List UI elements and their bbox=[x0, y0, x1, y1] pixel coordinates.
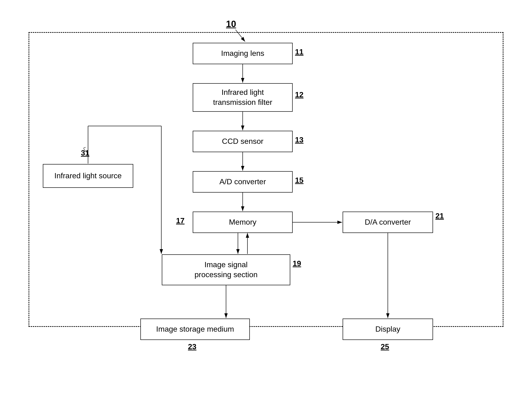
image-storage-label: Image storage medium bbox=[156, 324, 234, 334]
ref-17: 17 bbox=[176, 216, 185, 225]
memory-label: Memory bbox=[229, 217, 256, 227]
ref-10-label: 10 bbox=[226, 19, 236, 29]
ref-23: 23 bbox=[188, 342, 196, 351]
ref-19: 19 bbox=[293, 259, 301, 268]
image-signal-label: Image signalprocessing section bbox=[194, 260, 257, 279]
da-converter-box: D/A converter bbox=[343, 211, 433, 233]
ir-filter-label: Infrared lighttransmission filter bbox=[213, 87, 272, 107]
ref-31: 31 bbox=[81, 149, 89, 157]
imaging-lens-box: Imaging lens bbox=[193, 43, 293, 64]
image-storage-box: Image storage medium bbox=[140, 319, 250, 340]
ad-converter-label: A/D converter bbox=[219, 177, 266, 187]
ref-11: 11 bbox=[295, 48, 304, 56]
ccd-sensor-label: CCD sensor bbox=[222, 136, 263, 146]
ref-15: 15 bbox=[295, 176, 304, 185]
ad-converter-box: A/D converter bbox=[193, 171, 293, 192]
ref-25: 25 bbox=[381, 342, 389, 351]
display-box: Display bbox=[343, 319, 433, 340]
ir-filter-box: Infrared lighttransmission filter bbox=[193, 83, 293, 112]
ref-13: 13 bbox=[295, 136, 304, 144]
image-signal-box: Image signalprocessing section bbox=[162, 254, 290, 285]
da-converter-label: D/A converter bbox=[365, 217, 411, 227]
imaging-lens-label: Imaging lens bbox=[221, 49, 264, 58]
ccd-sensor-box: CCD sensor bbox=[193, 131, 293, 152]
ref-21: 21 bbox=[435, 211, 444, 220]
ref-12: 12 bbox=[295, 90, 304, 99]
display-label: Display bbox=[375, 324, 400, 334]
diagram-container: 10 Imaging lens 11 Infrared lighttransmi… bbox=[14, 19, 518, 378]
ir-source-box: Infrared light source bbox=[43, 164, 133, 188]
memory-box: Memory bbox=[193, 211, 293, 233]
ir-source-label: Infrared light source bbox=[55, 171, 122, 181]
